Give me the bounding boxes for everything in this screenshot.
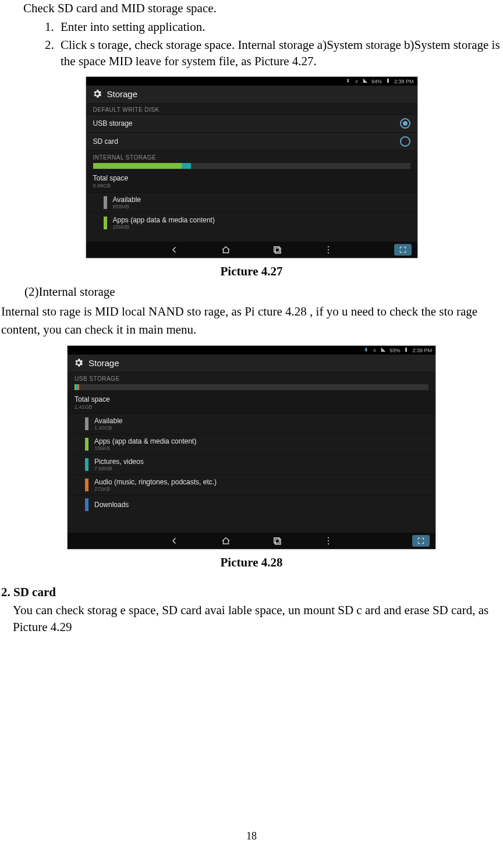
list-item[interactable]: Apps (app data & media content)336KB [68, 434, 435, 454]
title-text: Storage [107, 89, 138, 99]
menu-dots-icon[interactable] [323, 245, 334, 255]
menu-dots-icon[interactable] [323, 536, 334, 546]
nav-bar [86, 242, 417, 258]
battery-icon [385, 78, 391, 84]
screenshot-4-28: 93% 2:39 PM Storage USB STORAGE Total sp… [67, 345, 436, 550]
row-apps[interactable]: Apps (app data & media content) 256MB [86, 212, 417, 233]
section-usb-storage: USB STORAGE [68, 371, 435, 383]
section-default-write: DEFAULT WRITE DISK [86, 102, 417, 114]
settings-titlebar[interactable]: Storage [68, 355, 435, 371]
radio-on-icon[interactable] [400, 118, 410, 129]
available-value: 858MB [113, 204, 141, 210]
download-icon [372, 347, 377, 353]
recent-icon[interactable] [272, 245, 282, 255]
swatch-apps [104, 217, 107, 229]
swatch-icon [85, 417, 88, 430]
svg-point-9 [328, 543, 329, 544]
settings-titlebar[interactable]: Storage [86, 86, 417, 102]
list-item[interactable]: Downloads [68, 495, 435, 514]
status-bar: 93% 2:39 PM [68, 346, 435, 355]
paragraph-internal-storage: Internal sto rage is MID local NAND sto … [1, 303, 502, 338]
svg-point-4 [328, 253, 329, 254]
item-value: 7.58MB [94, 466, 144, 472]
section-sd-card-body: You can check storag e space, SD card av… [13, 602, 491, 635]
radio-off-icon[interactable] [400, 136, 410, 147]
section-internal: INTERNAL STORAGE [86, 150, 417, 162]
total-space-label: Total space [75, 395, 110, 403]
row-sd-card[interactable]: SD card [86, 132, 417, 150]
list-item[interactable]: Audio (music, ringtones, podcasts, etc.)… [68, 474, 435, 495]
svg-point-3 [328, 249, 329, 250]
screenshot-pill-icon[interactable] [394, 244, 412, 256]
signal-icon [381, 347, 386, 353]
clock-text: 2:39 PM [412, 348, 432, 353]
back-icon[interactable] [169, 536, 180, 546]
battery-pct: 94% [371, 79, 382, 84]
swatch-icon [85, 438, 88, 451]
svg-rect-6 [275, 539, 281, 544]
available-label: Available [113, 196, 141, 204]
item-label: Apps (app data & media content) [94, 437, 196, 445]
item-value: 272KB [94, 486, 217, 492]
caption-4-28: Picture 4.28 [0, 555, 503, 570]
caption-4-27: Picture 4.27 [0, 264, 503, 279]
item-value: 1.40GB [94, 425, 122, 431]
page: Check SD card and MID storage space. Ent… [0, 0, 503, 868]
storage-usage-bar [93, 163, 410, 169]
list-item[interactable]: Pictures, videos7.58MB [68, 454, 435, 474]
home-icon[interactable] [221, 536, 231, 546]
swatch-available [104, 196, 107, 209]
gear-icon [73, 357, 84, 368]
item-label: Pictures, videos [94, 458, 144, 466]
nav-bar [68, 533, 435, 549]
list-item[interactable]: Available1.40GB [68, 413, 435, 434]
total-space-value: 1.41GB [75, 404, 110, 410]
recent-icon[interactable] [272, 536, 282, 546]
item-label: Downloads [94, 501, 129, 509]
step-2: Click s torage, check storage space. Int… [57, 37, 503, 70]
bluetooth-icon [345, 78, 350, 84]
row-total-space[interactable]: Total space 0.98GB [86, 170, 417, 192]
swatch-icon [85, 479, 88, 491]
back-icon[interactable] [169, 245, 180, 255]
apps-label: Apps (app data & media content) [113, 216, 215, 224]
battery-pct: 93% [389, 348, 400, 353]
svg-rect-1 [275, 248, 281, 253]
item-label: Available [94, 417, 122, 425]
subhead-internal-storage: (2)Internal storage [24, 285, 503, 299]
row-total-space[interactable]: Total space 1.41GB [68, 391, 435, 413]
status-bar: 94% 2:38 PM [86, 77, 417, 86]
title-text: Storage [88, 358, 119, 368]
svg-rect-0 [274, 247, 279, 252]
row-available[interactable]: Available 858MB [86, 192, 417, 212]
swatch-icon [85, 458, 88, 471]
battery-icon [403, 347, 409, 353]
intro-text: Check SD card and MID storage space. [23, 0, 491, 16]
clock-text: 2:38 PM [394, 79, 414, 84]
steps-list: Enter into setting application. Click s … [34, 19, 503, 69]
svg-point-2 [328, 246, 329, 247]
signal-icon [363, 78, 368, 84]
home-icon[interactable] [221, 245, 231, 255]
section-sd-card-head: 2. SD card [1, 585, 503, 600]
item-label: Audio (music, ringtones, podcasts, etc.) [94, 478, 217, 486]
swatch-icon [85, 498, 88, 511]
svg-point-7 [328, 537, 329, 538]
bar-segment [93, 163, 182, 169]
usb-storage-label: USB storage [93, 119, 133, 127]
screenshot-pill-icon[interactable] [412, 535, 430, 547]
sd-card-label: SD card [93, 137, 118, 146]
bluetooth-icon [363, 347, 369, 353]
svg-rect-5 [274, 538, 279, 543]
total-space-value: 0.98GB [93, 183, 129, 189]
bar-segment [78, 384, 79, 390]
step-1: Enter into setting application. [57, 19, 503, 35]
row-usb-storage[interactable]: USB storage [86, 114, 417, 132]
storage-usage-bar [75, 384, 428, 390]
item-value: 336KB [94, 445, 196, 451]
apps-value: 256MB [113, 224, 215, 230]
download-icon [354, 78, 359, 84]
bar-segment [182, 163, 191, 169]
total-space-label: Total space [93, 174, 129, 182]
svg-point-8 [328, 540, 329, 541]
